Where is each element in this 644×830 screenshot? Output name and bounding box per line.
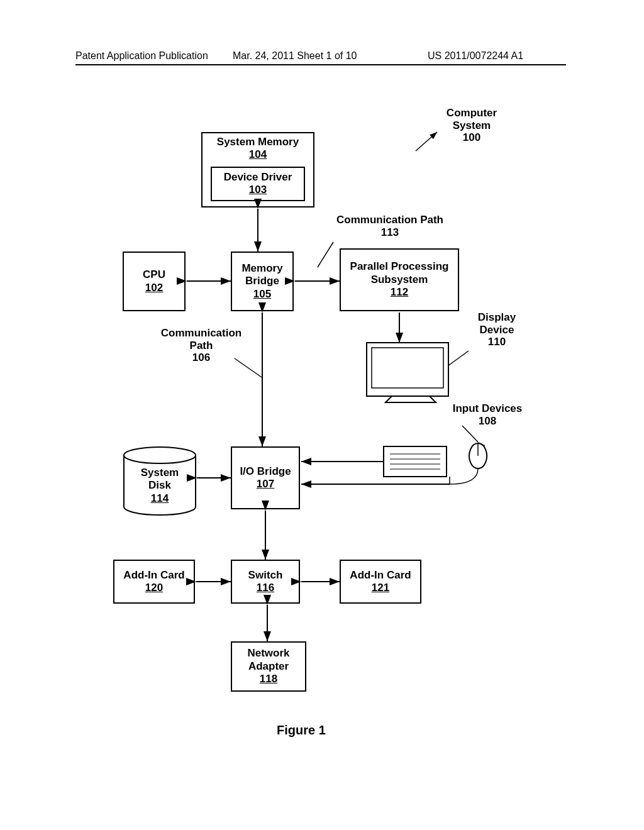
pps-ref: 112 bbox=[391, 286, 408, 299]
pps-title: Parallel ProcessingSubsystem bbox=[350, 260, 449, 286]
cpu-block: CPU 102 bbox=[123, 252, 186, 311]
cpu-title: CPU bbox=[143, 268, 165, 281]
pps-block: Parallel ProcessingSubsystem 112 bbox=[340, 248, 459, 311]
memory-bridge-ref: 105 bbox=[253, 288, 271, 301]
figure-caption: Figure 1 bbox=[277, 723, 326, 738]
net-adapter-ref: 118 bbox=[260, 673, 277, 685]
header-center: Mar. 24, 2011 Sheet 1 of 10 bbox=[233, 50, 357, 62]
header-left: Patent Application Publication bbox=[75, 50, 208, 62]
system-disk-ref: 114 bbox=[151, 492, 169, 504]
addin-121-block: Add-In Card 121 bbox=[340, 560, 421, 604]
comm-path-106-label: CommunicationPath106 bbox=[151, 327, 252, 364]
addin121-ref: 121 bbox=[372, 582, 389, 594]
switch-ref: 116 bbox=[257, 582, 274, 594]
cpu-ref: 102 bbox=[145, 282, 163, 294]
addin120-title: Add-In Card bbox=[123, 569, 184, 582]
switch-title: Switch bbox=[248, 569, 283, 582]
io-bridge-ref: 107 bbox=[257, 478, 274, 490]
comm-path-113-label: Communication Path113 bbox=[321, 214, 459, 238]
svg-rect-11 bbox=[372, 348, 443, 388]
svg-rect-13 bbox=[384, 446, 447, 477]
switch-block: Switch 116 bbox=[231, 560, 300, 604]
system-memory-ref: 104 bbox=[249, 148, 267, 160]
header-right: US 2011/0072244 A1 bbox=[428, 50, 523, 62]
addin121-title: Add-In Card bbox=[350, 569, 411, 582]
io-bridge-title: I/O Bridge bbox=[240, 465, 291, 478]
addin120-ref: 120 bbox=[145, 582, 163, 594]
network-adapter-block: NetworkAdapter 118 bbox=[231, 641, 306, 692]
diagram: ComputerSystem100 System Memory 104 Devi… bbox=[75, 94, 569, 736]
svg-line-5 bbox=[318, 242, 333, 267]
memory-bridge-title: MemoryBridge bbox=[242, 262, 282, 288]
input-devices-label: Input Devices108 bbox=[440, 402, 535, 427]
system-memory-title: System Memory bbox=[217, 136, 299, 148]
svg-point-0 bbox=[124, 447, 196, 463]
addin-120-block: Add-In Card 120 bbox=[113, 560, 195, 604]
svg-line-9 bbox=[448, 351, 469, 366]
computer-system-label: ComputerSystem100 bbox=[434, 107, 509, 144]
net-adapter-title: NetworkAdapter bbox=[247, 647, 289, 673]
page-header: Patent Application Publication Mar. 24, … bbox=[0, 50, 644, 69]
memory-bridge-block: MemoryBridge 105 bbox=[231, 252, 294, 311]
system-memory-block: System Memory 104 Device Driver 103 bbox=[201, 132, 314, 208]
system-disk-title: SystemDisk bbox=[141, 467, 179, 491]
header-rule bbox=[75, 64, 566, 65]
device-driver-ref: 103 bbox=[249, 184, 267, 196]
display-device-label: DisplayDevice110 bbox=[469, 311, 525, 348]
system-disk-block: SystemDisk 114 bbox=[123, 446, 197, 514]
device-driver-block: Device Driver 103 bbox=[211, 167, 305, 201]
io-bridge-block: I/O Bridge 107 bbox=[231, 446, 300, 509]
svg-rect-10 bbox=[367, 343, 448, 396]
device-driver-title: Device Driver bbox=[224, 171, 292, 184]
svg-line-12 bbox=[462, 426, 478, 442]
